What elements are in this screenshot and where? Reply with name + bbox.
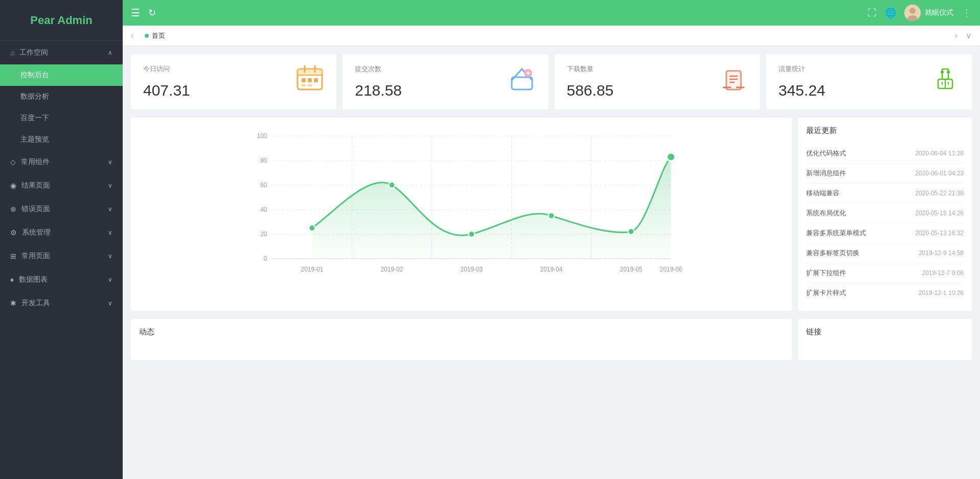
bottom-row: 动态 链接 bbox=[131, 319, 972, 360]
tab-close-icon[interactable]: ∨ bbox=[962, 31, 976, 40]
update-time: 2020-05-15 14:26 bbox=[915, 210, 964, 217]
svg-point-1 bbox=[909, 8, 916, 14]
svg-rect-13 bbox=[512, 77, 532, 89]
refresh-icon[interactable]: ↻ bbox=[148, 7, 156, 18]
update-list: 优化代码格式 2020-06-04 11:28 新增消息组件 2020-06-0… bbox=[806, 144, 964, 303]
sidebar-group-workspace-label: 工作空间 bbox=[19, 48, 108, 57]
stat-download-value: 586.85 bbox=[567, 82, 614, 99]
stat-submit-value: 218.58 bbox=[355, 82, 402, 99]
update-time: 2020-05-22 21:38 bbox=[915, 190, 964, 197]
recent-updates: 最近更新 优化代码格式 2020-06-04 11:28 新增消息组件 2020… bbox=[798, 118, 972, 311]
user-menu[interactable]: 就眠仪式 bbox=[904, 5, 953, 21]
topbar-left: ☰ ↻ bbox=[131, 7, 156, 19]
sidebar-group-result[interactable]: ◉ 结果页面 ∨ bbox=[0, 174, 123, 197]
tabbar: ‹ 首页 › ∨ bbox=[123, 26, 980, 46]
error-icon: ⊗ bbox=[10, 205, 16, 213]
globe-icon[interactable]: 🌐 bbox=[885, 7, 896, 18]
sidebar-group-workspace[interactable]: ⌂ 工作空间 ∧ bbox=[0, 41, 123, 64]
tab-prev-icon[interactable]: ‹ bbox=[127, 31, 138, 40]
stats-row: 今日访问 407.31 bbox=[131, 54, 972, 109]
update-item: 移动端兼容 2020-05-22 21:38 bbox=[806, 184, 964, 203]
update-name: 扩展下拉组件 bbox=[806, 268, 846, 278]
svg-text:2019-06: 2019-06 bbox=[659, 266, 682, 273]
update-time: 2020-06-01 04:23 bbox=[915, 170, 964, 177]
stat-submit-icon bbox=[508, 65, 536, 99]
stat-visits-label: 今日访问 bbox=[143, 64, 190, 74]
svg-rect-7 bbox=[308, 78, 312, 82]
svg-text:40: 40 bbox=[260, 206, 267, 213]
sidebar-item-dashboard[interactable]: 控制后台 bbox=[0, 64, 123, 86]
devtools-icon: ✱ bbox=[10, 299, 16, 307]
sidebar-group-error[interactable]: ⊗ 错误页面 ∨ bbox=[0, 197, 123, 221]
fullscreen-icon[interactable]: ⛶ bbox=[868, 8, 877, 18]
tab-next-icon[interactable]: › bbox=[951, 31, 962, 40]
svg-text:2019-04: 2019-04 bbox=[540, 266, 562, 273]
svg-text:0: 0 bbox=[264, 255, 267, 262]
svg-point-60 bbox=[667, 153, 675, 161]
result-arrow-icon: ∨ bbox=[108, 182, 112, 189]
stat-traffic-icon bbox=[931, 65, 960, 99]
more-options-icon[interactable]: ⋮ bbox=[962, 7, 972, 19]
stat-download-label: 下载数量 bbox=[567, 64, 614, 74]
svg-point-58 bbox=[549, 213, 555, 219]
svg-text:100: 100 bbox=[257, 132, 267, 140]
update-name: 扩展卡片样式 bbox=[806, 288, 846, 298]
charts-arrow-icon: ∨ bbox=[108, 276, 112, 283]
sidebar-item-data-analysis[interactable]: 数据分析 bbox=[0, 86, 123, 107]
sidebar-section-pages: ⊞ 常用页面 ∨ bbox=[0, 244, 123, 268]
update-time: 2019-12-9 14:58 bbox=[919, 249, 964, 257]
svg-text:2019-05: 2019-05 bbox=[620, 266, 642, 273]
sidebar-group-devtools[interactable]: ✱ 开发工具 ∨ bbox=[0, 291, 123, 315]
svg-text:2019-02: 2019-02 bbox=[380, 266, 403, 273]
system-arrow-icon: ∨ bbox=[108, 229, 112, 236]
sidebar-section-devtools: ✱ 开发工具 ∨ bbox=[0, 291, 123, 315]
svg-text:2019-01: 2019-01 bbox=[301, 266, 323, 273]
sidebar-section-result: ◉ 结果页面 ∨ bbox=[0, 174, 123, 197]
update-item: 扩展卡片样式 2019-12-1 10:26 bbox=[806, 283, 964, 303]
main-grid: 100 80 60 40 20 0 2019-01 2019-02 2019-0… bbox=[131, 118, 972, 311]
update-item: 兼容多标签页切换 2019-12-9 14:58 bbox=[806, 243, 964, 263]
update-item: 扩展下拉组件 2019-12-7 9:06 bbox=[806, 263, 964, 283]
sidebar-group-pages[interactable]: ⊞ 常用页面 ∨ bbox=[0, 244, 123, 268]
stat-visits-icon bbox=[295, 65, 324, 99]
update-name: 移动端兼容 bbox=[806, 189, 839, 198]
sidebar-group-charts-label: 数据图表 bbox=[19, 275, 108, 284]
svg-point-28 bbox=[947, 71, 950, 74]
svg-rect-8 bbox=[314, 78, 318, 82]
svg-point-56 bbox=[389, 182, 395, 188]
sidebar-group-system[interactable]: ⚙ 系统管理 ∨ bbox=[0, 221, 123, 244]
sidebar-item-baidu[interactable]: 百度一下 bbox=[0, 107, 123, 129]
menu-toggle-icon[interactable]: ☰ bbox=[131, 7, 140, 19]
sidebar-group-system-label: 系统管理 bbox=[22, 228, 108, 237]
svg-point-59 bbox=[628, 229, 634, 235]
sidebar-group-charts[interactable]: ♦ 数据图表 ∨ bbox=[0, 268, 123, 291]
stat-visits-info: 今日访问 407.31 bbox=[143, 64, 190, 99]
svg-rect-4 bbox=[298, 69, 322, 75]
update-name: 兼容多系统菜单模式 bbox=[806, 229, 866, 238]
tab-dot bbox=[145, 34, 149, 38]
stat-download-info: 下载数量 586.85 bbox=[567, 64, 614, 99]
sidebar-group-components[interactable]: ◇ 常用组件 ∨ bbox=[0, 150, 123, 174]
sidebar-group-components-label: 常用组件 bbox=[21, 157, 108, 167]
svg-point-55 bbox=[309, 225, 315, 231]
stat-card-download: 下载数量 586.85 bbox=[555, 54, 760, 109]
error-arrow-icon: ∨ bbox=[108, 206, 112, 213]
sidebar-item-theme-preview[interactable]: 主题预览 bbox=[0, 129, 123, 150]
sidebar-group-devtools-label: 开发工具 bbox=[21, 299, 108, 308]
sidebar-section-components: ◇ 常用组件 ∨ bbox=[0, 150, 123, 174]
charts-icon: ♦ bbox=[10, 276, 14, 284]
update-name: 兼容多标签页切换 bbox=[806, 248, 859, 258]
update-time: 2020-05-13 16:32 bbox=[915, 230, 964, 237]
svg-text:2019-03: 2019-03 bbox=[460, 266, 483, 273]
sidebar-section-charts: ♦ 数据图表 ∨ bbox=[0, 268, 123, 291]
dynamics-title: 动态 bbox=[139, 327, 784, 337]
app-title: Pear Admin bbox=[30, 14, 92, 27]
svg-point-57 bbox=[469, 231, 475, 237]
tabbar-right: › ∨ bbox=[951, 31, 976, 40]
update-item: 优化代码格式 2020-06-04 11:28 bbox=[806, 144, 964, 164]
update-item: 新增消息组件 2020-06-01 04:23 bbox=[806, 164, 964, 184]
update-time: 2019-12-1 10:26 bbox=[919, 289, 964, 296]
components-icon: ◇ bbox=[10, 158, 16, 166]
update-time: 2020-06-04 11:28 bbox=[915, 150, 964, 157]
tab-home[interactable]: 首页 bbox=[138, 27, 172, 45]
